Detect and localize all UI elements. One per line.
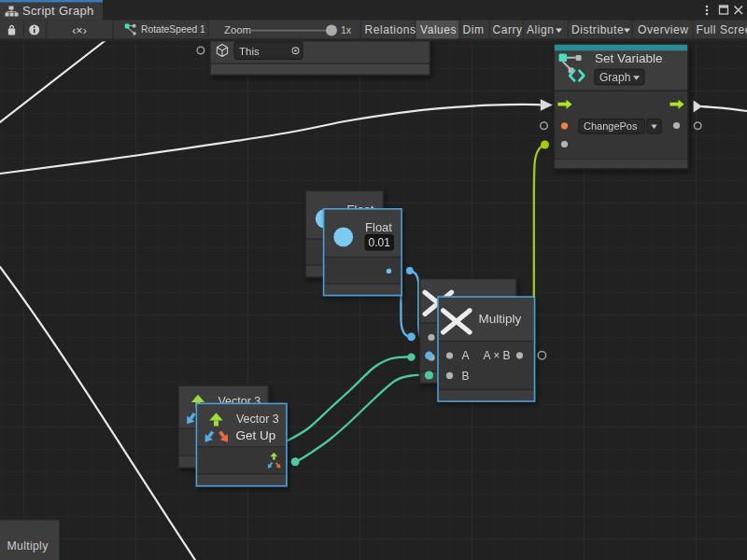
svg-text:Set Variable: Set Variable: [595, 51, 663, 65]
svg-text:Align: Align: [527, 23, 554, 36]
svg-text:ChangePos: ChangePos: [584, 120, 638, 132]
svg-text:‹×›: ‹×›: [72, 24, 87, 37]
svg-text:Multiply: Multiply: [479, 312, 522, 326]
svg-text:Values: Values: [420, 23, 457, 36]
svg-text:Get Up: Get Up: [235, 428, 275, 442]
svg-text:Distribute: Distribute: [571, 23, 624, 36]
svg-text:Script Graph: Script Graph: [22, 4, 94, 18]
svg-text:Carry: Carry: [493, 23, 523, 36]
svg-text:Full Screen: Full Screen: [697, 23, 747, 36]
svg-text:1x: 1x: [341, 24, 352, 35]
svg-text:Vector 3: Vector 3: [236, 413, 279, 426]
svg-text:Dim: Dim: [463, 23, 485, 36]
svg-text:A × B: A × B: [483, 349, 510, 362]
svg-text:Overview: Overview: [638, 23, 688, 36]
svg-text:Multiply: Multiply: [7, 539, 49, 553]
svg-text:Relations: Relations: [365, 23, 416, 36]
svg-text:RotateSpeed 1: RotateSpeed 1: [141, 24, 205, 35]
svg-text:Zoom: Zoom: [224, 24, 251, 35]
svg-text:Graph: Graph: [599, 71, 630, 84]
svg-text:Float: Float: [365, 220, 392, 234]
svg-text:This: This: [239, 46, 260, 57]
svg-text:A: A: [461, 349, 469, 362]
svg-text:0.01: 0.01: [369, 236, 391, 249]
svg-text:B: B: [461, 370, 469, 383]
